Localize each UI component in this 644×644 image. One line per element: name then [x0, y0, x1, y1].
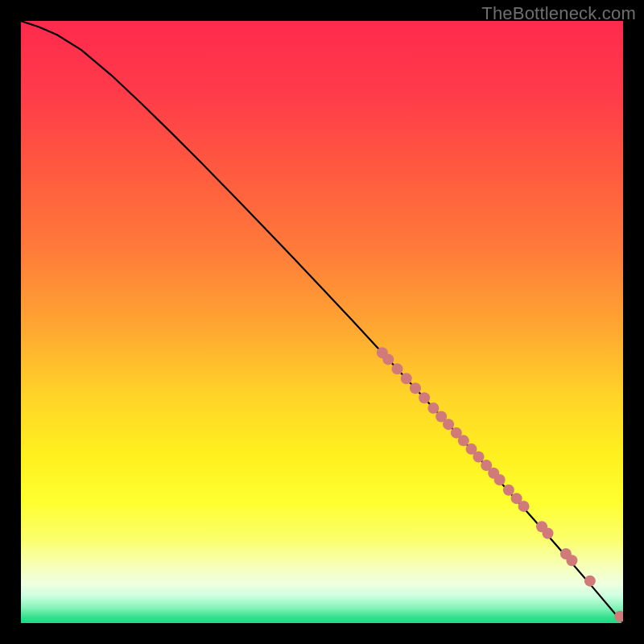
chart-stage: TheBottleneck.com	[0, 0, 644, 644]
data-dot	[584, 576, 596, 587]
background-gradient	[21, 21, 623, 623]
data-dot	[392, 363, 403, 374]
data-dot	[410, 382, 421, 394]
data-dot	[382, 353, 394, 365]
data-dot	[473, 452, 484, 463]
data-dot	[566, 555, 577, 566]
data-dot	[494, 474, 506, 485]
data-dot	[427, 402, 439, 414]
data-dot	[518, 501, 530, 512]
watermark-text: TheBottleneck.com	[481, 3, 636, 24]
data-dot	[458, 435, 469, 446]
data-dot	[419, 392, 430, 403]
plot-area	[21, 21, 623, 623]
data-dot	[401, 373, 412, 384]
data-dot	[543, 528, 554, 539]
data-dot	[443, 419, 454, 430]
data-dot	[503, 485, 514, 496]
svg-rect-0	[21, 21, 623, 623]
